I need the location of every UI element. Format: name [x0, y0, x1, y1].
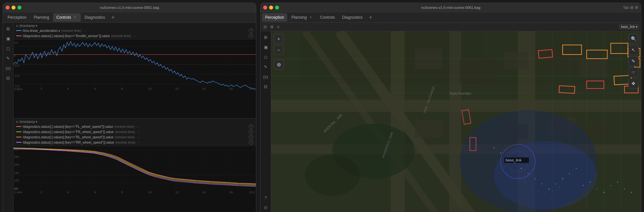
cursor-tool[interactable]: ↖	[629, 45, 638, 55]
tab-diagnostics-left[interactable]: Diagnostics	[81, 13, 108, 22]
sidebar-variable-right[interactable]: (x)	[261, 72, 270, 81]
svg-text:Yoda Fountain: Yoda Fountain	[449, 92, 471, 95]
traffic-lights-right	[263, 6, 279, 10]
svg-text:19.1: 19.1	[249, 191, 255, 194]
svg-point-88	[504, 166, 505, 167]
sidebar-message[interactable]: ◻	[4, 44, 13, 53]
sidebar-panel-right[interactable]: ▣	[261, 42, 270, 52]
tab-controls-left[interactable]: Controls ×	[53, 13, 81, 22]
right-window: nuScenes-v1.0-mini-scene-0061.bag Tab ⊞ …	[260, 3, 641, 212]
frame-select[interactable]: base_link ▾	[619, 24, 639, 29]
chart1-series2-help[interactable]: ?	[249, 34, 253, 38]
tab-close-controls[interactable]: ×	[73, 15, 77, 20]
tab-perception-left[interactable]: Perception	[4, 13, 30, 22]
minimize-button[interactable]	[12, 6, 15, 10]
svg-rect-56	[460, 59, 494, 82]
map-svg: Yoda Fountain AYER RA... AVE VALE... EXC…	[271, 31, 641, 212]
map-gear-icon[interactable]: ⚙	[269, 24, 275, 30]
sidebar-draw[interactable]: ✎	[4, 54, 13, 63]
sidebar-panel[interactable]: ▣	[4, 34, 13, 43]
sidebar-grid-right[interactable]: ⊟	[261, 82, 270, 91]
sidebar-add-panel-right[interactable]: ⊞	[261, 33, 270, 42]
add-tab-left[interactable]: +	[109, 13, 117, 21]
svg-text:12: 12	[175, 87, 179, 90]
move-tool[interactable]: ✥	[629, 79, 638, 88]
traffic-lights-left	[6, 6, 21, 10]
zoom-in-button[interactable]: +	[274, 34, 284, 44]
svg-rect-57	[504, 52, 528, 69]
minimize-button-right[interactable]	[269, 6, 273, 10]
svg-point-81	[597, 188, 598, 189]
tab-close-planning[interactable]: ×	[308, 15, 313, 20]
chart1-svg: 2 4 6 8 10 12 14 16 19.1	[14, 40, 256, 91]
svg-point-90	[518, 177, 518, 177]
search-map-button[interactable]: 🔍	[629, 34, 638, 44]
chart2-series4-help[interactable]: ?	[249, 140, 253, 145]
tab-controls-right[interactable]: Controls	[317, 13, 338, 22]
svg-point-86	[631, 192, 632, 193]
pencil-tool[interactable]: ✎	[629, 56, 638, 66]
map-top-bar: ⊟ ⚙ ≡ base_link ▾	[261, 23, 641, 31]
sidebar-user-right[interactable]: ⊙	[261, 203, 270, 212]
left-window: nuScenes-v1.0-mini-scene-0061.bag Percep…	[3, 3, 256, 212]
chart1-series1-help[interactable]: ?	[249, 28, 253, 33]
window-title-left: nuScenes-v1.0-mini-scene-0061.bag	[100, 6, 159, 10]
svg-point-83	[610, 185, 611, 186]
map-settings-icon[interactable]: ⊟	[263, 24, 268, 30]
tab-planning-left[interactable]: Planning	[30, 13, 52, 22]
chart-panel-2: x: timestamp ▾ /diagnostics.status[:].va…	[14, 119, 256, 212]
svg-point-75	[555, 183, 556, 184]
svg-text:14: 14	[202, 191, 206, 194]
svg-text:10: 10	[148, 87, 152, 90]
svg-point-78	[576, 168, 577, 169]
svg-text:16: 16	[229, 87, 233, 90]
right-window-content: ⊞ ▣ ◻ ✎ (x) ⊟ ? ⊙ ⚙	[261, 31, 641, 212]
sidebar-variable[interactable]: (x)	[4, 63, 13, 73]
charts-container-left: x: timestamp ▾ /imu.linear_acceleration.…	[14, 23, 256, 212]
sidebar-help-right[interactable]: ?	[261, 193, 270, 202]
chart-panel-1: x: timestamp ▾ /imu.linear_acceleration.…	[14, 23, 256, 118]
sidebar-message-right[interactable]: ◻	[261, 52, 270, 61]
close-button[interactable]	[6, 6, 10, 10]
sidebar-add-panel[interactable]: ⊞	[4, 24, 13, 33]
svg-point-79	[583, 185, 584, 186]
svg-point-87	[497, 161, 498, 162]
side-icons-left: ⊞ ▣ ◻ ✎ (x) ⊟ ? ⊙	[3, 23, 14, 212]
svg-point-80	[589, 181, 591, 183]
svg-point-76	[562, 178, 563, 179]
map-layers-icon[interactable]: ≡	[276, 24, 280, 30]
svg-point-85	[624, 188, 625, 189]
main-area-left: ⊞ ▣ ◻ ✎ (x) ⊟ ? ⊙ x: timestamp ▾ /imu.li…	[3, 23, 256, 212]
svg-rect-60	[415, 120, 442, 137]
tab-diagnostics-right[interactable]: Diagnostics	[339, 13, 366, 22]
interact-tool[interactable]: ☞	[629, 67, 638, 77]
chart2-series2-help[interactable]: ?	[249, 130, 253, 134]
svg-rect-58	[546, 45, 576, 67]
svg-text:2: 2	[41, 87, 42, 90]
svg-text:4: 4	[67, 191, 69, 194]
svg-point-70	[521, 168, 522, 169]
tab-perception-right[interactable]: Perception	[262, 13, 287, 22]
maximize-button-right[interactable]	[275, 6, 279, 10]
sidebar-grid[interactable]: ⊟	[4, 73, 13, 82]
title-bar-left: nuScenes-v1.0-mini-scene-0061.bag	[3, 3, 256, 12]
add-tab-right[interactable]: +	[367, 13, 375, 21]
chart2-header: x: timestamp ▾ /diagnostics.status[:].va…	[14, 119, 256, 146]
zoom-out-button[interactable]: −	[274, 45, 284, 55]
svg-rect-59	[580, 59, 607, 77]
svg-text:2: 2	[41, 191, 42, 194]
svg-point-67	[500, 153, 501, 153]
map-container[interactable]: Yoda Fountain AYER RA... AVE VALE... EXC…	[271, 31, 641, 212]
chart2-series3-help[interactable]: ?	[249, 135, 253, 139]
tab-planning-right[interactable]: Planning ×	[288, 13, 316, 22]
svg-point-92	[531, 187, 532, 188]
svg-point-66	[493, 147, 494, 149]
svg-text:10: 10	[148, 191, 152, 194]
chart2-series1-help[interactable]: ?	[249, 124, 253, 129]
sidebar-draw-right[interactable]: ✎	[261, 62, 270, 71]
map-layers-toggle[interactable]: ⊛	[274, 59, 284, 69]
svg-point-72	[534, 178, 536, 179]
maximize-button[interactable]	[17, 6, 21, 10]
svg-text:4: 4	[67, 87, 69, 90]
close-button-right[interactable]	[263, 6, 267, 10]
